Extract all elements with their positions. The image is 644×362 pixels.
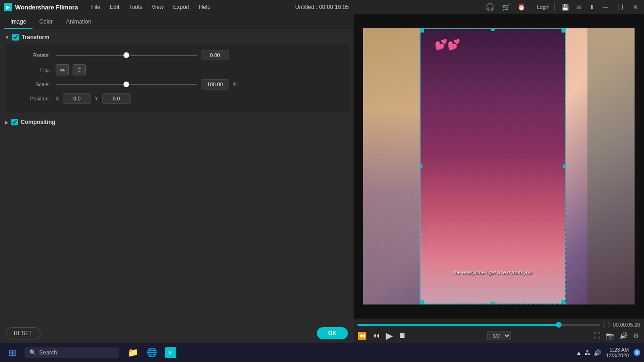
compositing-checkbox[interactable] (11, 119, 18, 125)
taskbar-search[interactable]: 🔍 Search (25, 347, 119, 358)
menu-bar: File Edit Tools View Export Help (87, 3, 484, 11)
flip-horizontal-button[interactable]: ⇔ (56, 64, 69, 75)
menu-file[interactable]: File (87, 3, 104, 11)
scale-slider[interactable] (56, 84, 197, 85)
speaker-icon[interactable]: 🔊 (594, 349, 601, 356)
transform-arrow[interactable]: ▼ (5, 35, 9, 40)
reset-button[interactable]: RESET (6, 327, 41, 339)
date-display: 12/3/2020 (606, 353, 629, 358)
preview-panel: 💕💕 me everytime i get a text from you (354, 14, 644, 343)
taskbar-app-chrome[interactable]: 🌐 (143, 344, 160, 361)
menu-view[interactable]: View (148, 3, 167, 11)
handle-top-middle[interactable] (491, 28, 495, 31)
filmora-taskbar-icon: F (165, 347, 176, 358)
scale-label: Scale: (18, 82, 56, 87)
playback-buttons: ⏪ ⏮ ▶ ⏹ (357, 330, 406, 341)
shopping-icon[interactable]: 🛒 (501, 2, 511, 12)
compositing-header: ▶ Compositing (5, 119, 349, 125)
handle-top-left[interactable] (420, 29, 424, 33)
progress-bar-area: { } 00:00:05:20 (357, 321, 640, 328)
ok-button[interactable]: OK (317, 327, 348, 339)
position-row: Position: X 0.0 Y 0.0 (8, 93, 345, 104)
menu-tools[interactable]: Tools (125, 3, 146, 11)
headset-icon[interactable]: 🎧 (485, 2, 495, 12)
rotate-label: Rotate: (18, 52, 56, 58)
preview-right-controls: ⛶ 📷 🔊 ⚙ (593, 331, 640, 340)
transform-checkbox[interactable] (12, 34, 19, 41)
download-icon[interactable]: ⬇ (588, 3, 595, 12)
taskbar-app-explorer[interactable]: 📁 (124, 344, 141, 361)
quality-select[interactable]: 1/2 (487, 331, 511, 340)
menu-edit[interactable]: Edit (106, 3, 124, 11)
handle-middle-left[interactable] (420, 165, 422, 168)
panel-footer: RESET OK (0, 323, 354, 343)
progress-bar[interactable] (357, 324, 600, 326)
menu-export[interactable]: Export (169, 3, 193, 11)
handle-middle-right[interactable] (563, 165, 566, 168)
rotate-slider[interactable] (56, 55, 197, 56)
transform-title: Transform (22, 34, 50, 41)
chevron-up-icon[interactable]: ▲ (576, 349, 582, 356)
preview-clip[interactable]: 💕💕 me everytime i get a text from you (420, 28, 566, 304)
step-back-button[interactable]: ⏪ (357, 331, 367, 340)
compositing-title: Compositing (21, 119, 55, 125)
position-y-input[interactable]: 0.0 (102, 93, 131, 104)
window-controls: 🎧 🛒 ⏰ Login 💾 ✉ ⬇ ─ ❐ ✕ (485, 2, 640, 12)
fullscreen-icon[interactable]: ⛶ (593, 331, 601, 340)
rotate-value[interactable]: 0.00 (201, 50, 229, 60)
mail-icon[interactable]: ✉ (576, 3, 583, 12)
restore-button[interactable]: ❐ (616, 3, 625, 12)
taskbar-apps: 📁 🌐 F (124, 344, 179, 361)
flip-label: Flip: (18, 67, 56, 73)
rotate-row: Rotate: 0.00 (8, 50, 345, 60)
start-button[interactable]: ⊞ (4, 344, 21, 361)
notification-badge[interactable]: 6 (634, 349, 640, 356)
scale-row: Scale: 100.00 % (8, 79, 345, 90)
main-area: Image Color Animation ▼ Transform Rotate… (0, 14, 644, 343)
logo-icon: ▶ (4, 3, 12, 11)
login-button[interactable]: Login (532, 3, 555, 11)
position-inputs: X 0.0 Y 0.0 (56, 93, 131, 104)
progress-thumb[interactable] (556, 322, 561, 328)
handle-top-right[interactable] (561, 29, 565, 33)
settings-icon[interactable]: ⚙ (632, 331, 640, 340)
titlebar: ▶ Wondershare Filmora File Edit Tools Vi… (0, 0, 644, 14)
stop-button[interactable]: ⏹ (398, 331, 406, 340)
taskbar-app-filmora[interactable]: F (162, 344, 179, 361)
preview-right-overlay (587, 28, 635, 304)
frame-back-button[interactable]: ⏮ (372, 331, 380, 340)
menu-help[interactable]: Help (195, 3, 215, 11)
app-logo: ▶ Wondershare Filmora (4, 3, 78, 11)
close-button[interactable]: ✕ (631, 2, 640, 12)
compositing-arrow[interactable]: ▶ (5, 120, 8, 125)
flip-row: Flip: ⇔ ⇕ (8, 64, 345, 75)
taskbar-time: 2:28 AM 12/3/2020 (606, 347, 629, 358)
handle-bottom-left[interactable] (420, 300, 424, 304)
position-y-label: Y (95, 96, 98, 101)
windows-logo-icon: ⊞ (8, 347, 17, 358)
tab-image[interactable]: Image (4, 16, 33, 29)
flip-vertical-button[interactable]: ⇕ (73, 64, 86, 75)
taskbar-search-text: Search (39, 349, 57, 356)
preview-caption: me everytime i get a text from you (454, 270, 532, 275)
handle-bottom-middle[interactable] (491, 302, 495, 304)
scale-value[interactable]: 100.00 (201, 79, 229, 90)
preview-canvas: 💕💕 me everytime i get a text from you (354, 14, 644, 319)
app-name: Wondershare Filmora (15, 4, 78, 11)
playback-controls-row: ⏪ ⏮ ▶ ⏹ 1/2 ⛶ 📷 🔊 ⚙ (357, 330, 640, 341)
tab-animation[interactable]: Animation (59, 16, 98, 29)
volume-icon[interactable]: 🔊 (619, 331, 628, 340)
play-button[interactable]: ▶ (386, 330, 393, 341)
window-title: Untitled : 00:00:16:05 (295, 4, 349, 10)
snapshot-icon[interactable]: 📷 (605, 331, 615, 340)
handle-bottom-right[interactable] (561, 300, 565, 304)
properties-content: ▼ Transform Rotate: 0.00 Fl (0, 29, 354, 323)
clock-icon[interactable]: ⏰ (517, 3, 526, 12)
save-icon[interactable]: 💾 (561, 3, 570, 12)
taskbar-right: ▲ 🖧 🔊 2:28 AM 12/3/2020 6 (576, 347, 640, 358)
tab-color[interactable]: Color (33, 16, 59, 29)
network-icon[interactable]: 🖧 (585, 349, 591, 356)
minimize-button[interactable]: ─ (601, 2, 610, 12)
position-x-input[interactable]: 0.0 (63, 93, 91, 104)
progress-fill (357, 324, 561, 326)
